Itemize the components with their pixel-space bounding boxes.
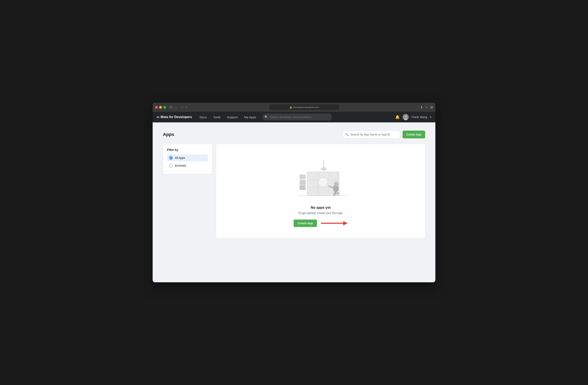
address-bar[interactable]: 🔒 developers.facebook.com [269, 104, 339, 110]
red-arrow-icon [321, 220, 348, 226]
filter-archived[interactable]: Archived [167, 162, 208, 169]
page-title: Apps [163, 132, 174, 137]
user-dropdown-icon[interactable]: ▾ [430, 116, 431, 118]
sidebar-toggle[interactable]: ⊡ ⌄ [169, 105, 178, 110]
radio-all-apps-inner [170, 157, 172, 159]
app-search-wrapper: 🔍 [343, 131, 400, 138]
user-name: Frank Wang [412, 115, 427, 119]
logo-text: Meta for Developers [161, 115, 192, 119]
minimize-button[interactable] [159, 106, 162, 109]
address-bar-wrapper: 🔒 developers.facebook.com [190, 104, 419, 110]
forward-button[interactable]: › [185, 105, 188, 110]
filter-all-apps[interactable]: All Apps [167, 154, 208, 161]
svg-rect-15 [300, 185, 305, 190]
no-apps-title: No apps yet [311, 206, 331, 210]
nav-my-apps[interactable]: My Apps [242, 114, 259, 120]
maximize-button[interactable] [163, 106, 166, 109]
nav-links: Docs Tools Support My Apps [197, 114, 259, 120]
filter-sidebar: Filter by All Apps Archived [163, 144, 212, 174]
avatar [403, 114, 409, 120]
svg-rect-16 [300, 175, 305, 179]
svg-point-21 [334, 182, 338, 186]
svg-rect-14 [300, 180, 305, 185]
nav-support[interactable]: Support [224, 114, 241, 120]
url-text: developers.facebook.com [294, 106, 319, 109]
nav-docs[interactable]: Docs [197, 114, 210, 120]
traffic-lights [155, 106, 166, 109]
filter-title: Filter by [167, 148, 208, 152]
share-icon[interactable]: ⬆ [420, 105, 423, 109]
sidebar-icon: ⊡ [169, 105, 173, 110]
svg-point-19 [333, 192, 340, 194]
lock-icon: 🔒 [290, 106, 292, 109]
nav-tools[interactable]: Tools [210, 114, 223, 120]
body-layout: Filter by All Apps Archived [163, 144, 425, 238]
nav-bar: ∞ Meta for Developers Docs Tools Support… [153, 112, 435, 122]
close-button[interactable] [155, 106, 158, 109]
create-app-row: Create App [294, 220, 348, 227]
filter-archived-label: Archived [175, 164, 186, 167]
chevron-down-icon: ⌄ [174, 105, 178, 110]
notifications-icon[interactable]: 🔔 [395, 115, 400, 119]
create-app-button-header[interactable]: Create App [403, 131, 425, 138]
radio-archived-outer [169, 164, 173, 167]
arrow-annotation [321, 220, 348, 226]
title-bar: ⊡ ⌄ ‹ › 🔒 developers.facebook.com ⬆ ＋ ⊞ [153, 103, 435, 112]
header-right: 🔍 Create App [343, 131, 425, 138]
browser-nav: ‹ › [180, 105, 188, 110]
logo[interactable]: ∞ Meta for Developers [157, 115, 192, 119]
svg-point-11 [319, 178, 328, 187]
radio-all-apps-outer [169, 156, 173, 160]
browser-window: ⊡ ⌄ ‹ › 🔒 developers.facebook.com ⬆ ＋ ⊞ … [153, 103, 435, 282]
page-header: Apps 🔍 Create App [163, 131, 425, 138]
title-bar-actions: ⬆ ＋ ⊞ [420, 105, 433, 110]
filter-all-apps-label: All Apps [175, 156, 185, 159]
grid-icon[interactable]: ⊞ [430, 105, 433, 109]
new-tab-icon[interactable]: ＋ [425, 105, 428, 110]
svg-point-5 [321, 167, 327, 171]
nav-right: 🔔 Frank Wang ▾ [395, 114, 431, 120]
back-button[interactable]: ‹ [180, 105, 184, 110]
create-app-button-center[interactable]: Create App [294, 220, 317, 227]
svg-point-1 [405, 115, 407, 117]
svg-marker-23 [343, 221, 348, 225]
meta-logo-icon: ∞ [157, 115, 159, 119]
no-apps-subtitle: To get started, create your first app. [298, 211, 343, 215]
app-search-input[interactable] [343, 131, 400, 138]
search-doc-wrapper: 🔍 [262, 113, 332, 120]
search-doc-input[interactable] [262, 113, 332, 120]
apps-panel: No apps yet To get started, create your … [216, 144, 425, 238]
main-content: Apps 🔍 Create App Filter by All Apps [153, 122, 435, 282]
empty-state-illustration [288, 156, 353, 201]
